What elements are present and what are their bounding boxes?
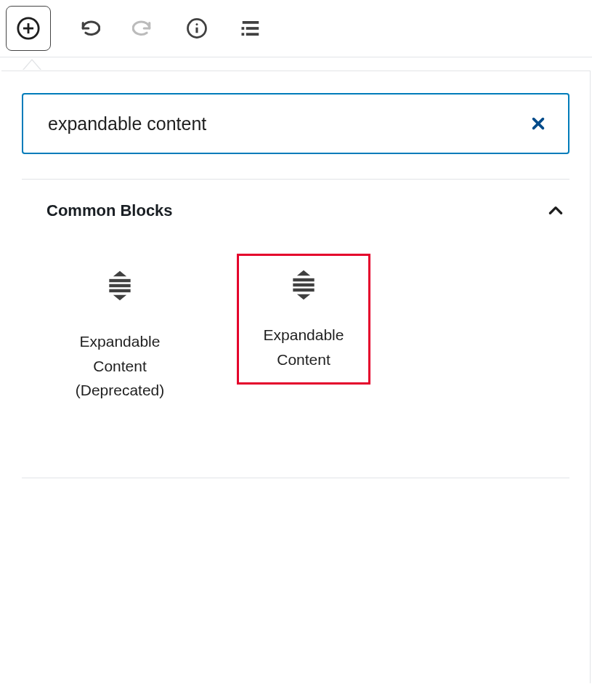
- redo-icon: [132, 17, 154, 39]
- block-item-expandable-content-deprecated[interactable]: Expandable Content (Deprecated): [36, 254, 203, 417]
- undo-button[interactable]: [78, 17, 100, 39]
- outline-button[interactable]: [240, 17, 261, 39]
- svg-point-5: [196, 23, 198, 25]
- section-divider: [22, 478, 569, 478]
- search-box: [22, 93, 569, 154]
- svg-rect-15: [109, 284, 130, 287]
- svg-rect-16: [109, 289, 130, 292]
- svg-rect-10: [242, 33, 245, 36]
- clear-search-button[interactable]: [527, 113, 549, 134]
- info-button[interactable]: [186, 17, 208, 39]
- section-title: Common Blocks: [46, 201, 173, 220]
- block-item-expandable-content[interactable]: Expandable Content: [237, 254, 370, 385]
- toolbar-icon-group: [78, 17, 261, 39]
- svg-marker-22: [297, 294, 310, 299]
- block-inserter-panel: Common Blocks: [1, 71, 591, 683]
- editor-toolbar: [0, 0, 592, 57]
- svg-rect-14: [109, 279, 130, 282]
- svg-marker-17: [113, 295, 126, 300]
- svg-rect-19: [293, 278, 314, 281]
- popover-arrow: [23, 60, 41, 71]
- block-label: Expandable Content (Deprecated): [54, 329, 185, 403]
- info-icon: [186, 17, 208, 39]
- blocks-list: Expandable Content (Deprecated) Expandab…: [22, 236, 569, 453]
- svg-rect-21: [293, 289, 314, 291]
- section-header-common-blocks[interactable]: Common Blocks: [22, 180, 569, 236]
- outline-icon: [240, 19, 261, 38]
- search-input[interactable]: [46, 113, 527, 135]
- redo-button: [132, 17, 154, 39]
- close-icon: [530, 116, 546, 132]
- add-block-button[interactable]: [6, 6, 51, 51]
- expandable-content-icon: [288, 269, 320, 301]
- expandable-content-icon: [104, 270, 136, 302]
- svg-marker-13: [113, 271, 126, 276]
- undo-icon: [78, 17, 100, 39]
- svg-rect-9: [242, 27, 245, 30]
- plus-circle-icon: [16, 16, 41, 41]
- svg-rect-6: [243, 21, 259, 24]
- svg-rect-20: [293, 283, 314, 286]
- svg-rect-7: [246, 27, 259, 30]
- block-label: Expandable Content: [239, 323, 368, 371]
- svg-marker-18: [297, 270, 310, 275]
- chevron-up-icon: [546, 201, 565, 220]
- svg-rect-8: [246, 33, 259, 36]
